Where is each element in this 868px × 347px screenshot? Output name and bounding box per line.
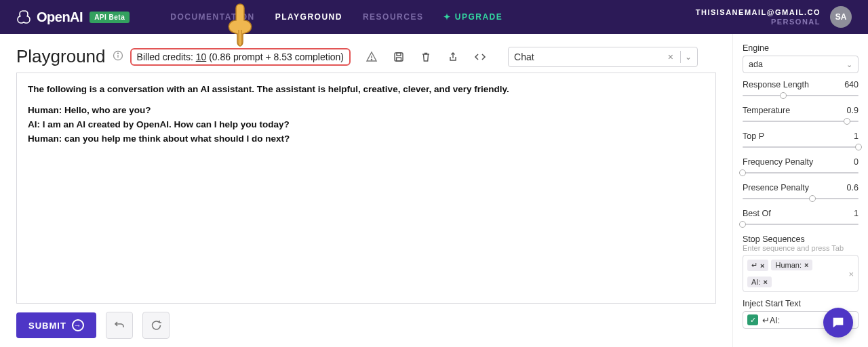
param-engine: Engine ada ⌄ xyxy=(743,43,859,73)
editor-line-2: AI: I am an AI created by OpenAI. How ca… xyxy=(28,118,705,132)
response-length-slider[interactable] xyxy=(743,92,859,99)
avatar[interactable]: SA xyxy=(830,6,852,28)
share-icon[interactable] xyxy=(447,51,459,63)
param-response-length: Response Length640 xyxy=(743,80,859,99)
response-length-value: 640 xyxy=(844,80,859,89)
chevron-down-icon: ⌄ xyxy=(846,60,852,69)
stop-tag: AI:× xyxy=(747,277,772,287)
undo-icon xyxy=(113,319,125,331)
billed-credits-pill[interactable]: Billed credits: 10 (0.86 prompt + 8.53 c… xyxy=(130,48,351,66)
header-account: THISISANEMAIL@GMAIL.CO PERSONAL SA xyxy=(696,6,852,28)
engine-label: Engine xyxy=(743,43,859,53)
nav-resources[interactable]: RESOURCES xyxy=(363,12,424,22)
info-icon[interactable] xyxy=(113,50,123,64)
svg-rect-5 xyxy=(395,53,403,61)
undo-button[interactable] xyxy=(106,312,133,339)
stop-seq-input[interactable]: ↵× Human:× AI:× × xyxy=(743,255,859,292)
logo-group: OpenAI API Beta xyxy=(16,9,130,25)
app-header: OpenAI API Beta DOCUMENTATION PLAYGROUND… xyxy=(0,0,868,34)
editor-line-1: Human: Hello, who are you? xyxy=(28,104,705,118)
toolbar xyxy=(366,51,486,63)
checkbox-checked-icon[interactable]: ✓ xyxy=(747,314,758,325)
nav-documentation[interactable]: DOCUMENTATION xyxy=(170,12,254,22)
stop-tag: ↵× xyxy=(747,260,768,271)
pres-penalty-slider[interactable] xyxy=(743,195,859,202)
editor-intro: The following is a conversation with an … xyxy=(28,83,705,97)
svg-rect-7 xyxy=(397,58,401,61)
svg-point-2 xyxy=(117,53,118,54)
submit-arrow-icon: → xyxy=(72,319,84,331)
stop-seq-hint: Enter sequence and press Tab xyxy=(743,244,859,252)
openai-logo[interactable]: OpenAI xyxy=(16,9,83,25)
submit-label: SUBMIT xyxy=(28,321,66,331)
inject-value: ↵AI: xyxy=(762,315,780,325)
billed-prefix: Billed credits: xyxy=(137,52,196,62)
warning-icon[interactable] xyxy=(366,51,378,63)
param-frequency-penalty: Frequency Penalty0 xyxy=(743,157,859,176)
preset-value: Chat xyxy=(514,52,665,62)
freq-penalty-value: 0 xyxy=(854,157,859,167)
temperature-value: 0.9 xyxy=(847,106,859,115)
top-p-value: 1 xyxy=(854,131,859,141)
parameters-panel: Engine ada ⌄ Response Length640 Temperat… xyxy=(732,34,868,347)
submit-button[interactable]: SUBMIT → xyxy=(16,312,96,338)
param-best-of: Best Of1 xyxy=(743,209,859,228)
close-icon[interactable]: × xyxy=(763,278,767,286)
preset-select[interactable]: Chat × ⌄ xyxy=(508,47,698,67)
top-nav: DOCUMENTATION PLAYGROUND RESOURCES UPGRA… xyxy=(170,12,502,22)
freq-penalty-slider[interactable] xyxy=(743,169,859,176)
param-stop-sequences: Stop Sequences Enter sequence and press … xyxy=(743,234,859,292)
title-row: Playground Billed credits: 10 (0.86 prom… xyxy=(16,46,716,67)
temperature-label: Temperature xyxy=(743,106,790,115)
inject-label: Inject Start Text xyxy=(743,299,859,308)
preset-clear-icon[interactable]: × xyxy=(665,52,676,62)
pres-penalty-value: 0.6 xyxy=(847,183,859,192)
main-area: Playground Billed credits: 10 (0.86 prom… xyxy=(0,34,868,347)
top-p-label: Top P xyxy=(743,131,764,141)
best-of-slider[interactable] xyxy=(743,221,859,228)
billed-total: 10 xyxy=(196,52,207,62)
save-icon[interactable] xyxy=(393,51,405,63)
regenerate-button[interactable] xyxy=(142,312,170,339)
api-beta-badge: API Beta xyxy=(90,12,130,23)
trash-icon[interactable] xyxy=(420,51,432,63)
left-column: Playground Billed credits: 10 (0.86 prom… xyxy=(0,34,732,347)
prompt-editor[interactable]: The following is a conversation with an … xyxy=(16,73,716,304)
billed-detail: (0.86 prompt + 8.53 completion) xyxy=(206,52,344,62)
chevron-down-icon[interactable]: ⌄ xyxy=(685,52,692,62)
refresh-icon xyxy=(150,319,162,331)
best-of-value: 1 xyxy=(854,209,859,218)
nav-upgrade[interactable]: UPGRADE xyxy=(443,12,502,22)
bottom-controls: SUBMIT → xyxy=(16,304,716,339)
engine-value: ada xyxy=(749,60,763,69)
account-email: THISISANEMAIL@GMAIL.CO xyxy=(696,7,821,17)
brand-text: OpenAI xyxy=(37,9,83,25)
response-length-label: Response Length xyxy=(743,80,809,89)
chat-bubble-icon xyxy=(831,315,846,330)
page-title: Playground xyxy=(16,46,106,67)
help-chat-button[interactable] xyxy=(823,308,853,338)
editor-line-3: Human: can you help me think about what … xyxy=(28,132,705,146)
top-p-slider[interactable] xyxy=(743,144,859,150)
account-type: PERSONAL xyxy=(696,17,821,26)
engine-select[interactable]: ada ⌄ xyxy=(743,56,859,73)
close-icon[interactable]: × xyxy=(804,261,808,269)
stop-tag: Human:× xyxy=(771,260,812,270)
openai-knot-icon xyxy=(16,9,33,25)
best-of-label: Best Of xyxy=(743,209,771,218)
code-icon[interactable] xyxy=(474,51,486,63)
nav-playground[interactable]: PLAYGROUND xyxy=(275,12,342,22)
clear-all-icon[interactable]: × xyxy=(848,268,854,279)
freq-penalty-label: Frequency Penalty xyxy=(743,157,813,167)
close-icon[interactable]: × xyxy=(760,262,764,270)
temperature-slider[interactable] xyxy=(743,118,859,125)
stop-seq-label: Stop Sequences xyxy=(743,234,859,244)
param-top-p: Top P1 xyxy=(743,131,859,150)
svg-point-4 xyxy=(371,59,372,60)
pres-penalty-label: Presence Penalty xyxy=(743,183,809,192)
svg-rect-6 xyxy=(397,53,401,56)
param-presence-penalty: Presence Penalty0.6 xyxy=(743,183,859,202)
param-temperature: Temperature0.9 xyxy=(743,106,859,125)
